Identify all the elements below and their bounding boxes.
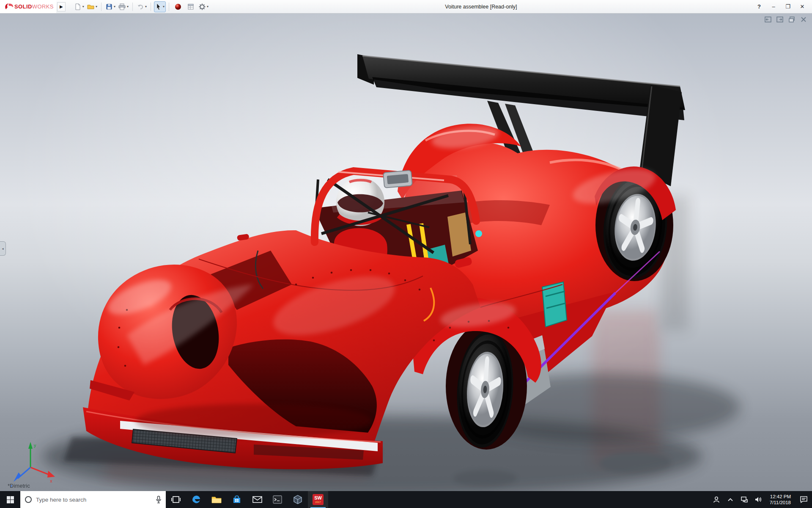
- taskbar-search[interactable]: [20, 491, 166, 508]
- ds-logo-icon: [3, 3, 14, 11]
- save-button[interactable]: ▾: [104, 1, 116, 12]
- gear-icon: [198, 3, 206, 11]
- edge-button[interactable]: [186, 491, 206, 508]
- open-button[interactable]: ▾: [86, 1, 98, 12]
- task-view-button[interactable]: [166, 491, 186, 508]
- graphics-area[interactable]: ◂ y x z *Dimetric: [0, 14, 812, 491]
- chevron-down-icon: ▾: [82, 5, 84, 8]
- cube-app-button[interactable]: [288, 491, 308, 508]
- solidworks-logo: SOLIDWORKS: [0, 0, 56, 13]
- chevron-down-icon: ▾: [96, 5, 97, 8]
- brand-text-works: WORKS: [32, 3, 54, 10]
- appearance-sphere-icon: [174, 3, 182, 11]
- solidworks-app-icon: SW 2017: [313, 494, 324, 505]
- action-center-button[interactable]: [795, 491, 812, 508]
- people-icon: [713, 496, 720, 503]
- action-center-icon: [800, 496, 808, 503]
- console-icon: [273, 495, 282, 504]
- main-toolbar: ▾ ▾ ▾ ▾: [69, 1, 209, 12]
- taskbar-clock[interactable]: 12:42 PM 7/11/2018: [765, 491, 795, 508]
- new-document-icon: [74, 3, 82, 11]
- save-icon: [105, 3, 113, 11]
- store-button[interactable]: [227, 491, 247, 508]
- document-window-controls: [765, 16, 807, 23]
- mail-button[interactable]: [247, 491, 267, 508]
- solidworks-taskbar-button[interactable]: SW 2017: [308, 491, 328, 508]
- chevron-down-icon: ▾: [207, 5, 208, 8]
- minimize-button[interactable]: –: [767, 2, 780, 12]
- print-icon: [118, 3, 126, 11]
- mail-icon: [252, 496, 262, 503]
- start-button[interactable]: [0, 491, 20, 508]
- model-canvas[interactable]: [0, 14, 812, 491]
- folder-icon: [211, 495, 222, 504]
- store-bag-icon: [232, 495, 241, 504]
- toolbar-separator: [101, 3, 102, 11]
- undo-icon: [137, 3, 144, 11]
- task-view-icon: [171, 495, 181, 504]
- print-button[interactable]: ▾: [117, 1, 129, 12]
- network-icon: [741, 496, 748, 503]
- appearance-button[interactable]: [172, 1, 184, 12]
- undo-button[interactable]: ▾: [136, 1, 148, 12]
- window-controls: ? – ❐ ✕: [753, 2, 812, 12]
- chevron-down-icon: ▾: [163, 5, 165, 8]
- restore-doc-icon[interactable]: [788, 16, 795, 23]
- windows-logo-icon: [7, 496, 14, 503]
- close-button[interactable]: ✕: [796, 2, 809, 12]
- microphone-icon[interactable]: [156, 496, 162, 503]
- close-doc-icon[interactable]: [800, 16, 807, 23]
- file-explorer-button[interactable]: [206, 491, 227, 508]
- volume-button[interactable]: [753, 491, 764, 508]
- taskbar-spacer: [328, 491, 709, 508]
- network-button[interactable]: [739, 491, 750, 508]
- hidden-icons-button[interactable]: [725, 491, 736, 508]
- view-orientation-label: *Dimetric: [8, 483, 30, 489]
- open-icon: [87, 3, 95, 11]
- dock-left-icon[interactable]: [765, 16, 771, 23]
- brand-text-solid: SOLID: [14, 3, 32, 10]
- edge-icon: [191, 494, 201, 505]
- console-button[interactable]: [267, 491, 288, 508]
- caret-up-icon: [727, 497, 733, 502]
- clock-date: 7/11/2018: [770, 500, 791, 505]
- select-tool-button[interactable]: ▾: [154, 1, 166, 12]
- window-title: Voiture assemblee [Read-only]: [209, 4, 753, 10]
- cube-icon: [293, 495, 302, 504]
- cortana-icon: [25, 496, 32, 503]
- app-titlebar: SOLIDWORKS ▶ ▾ ▾ ▾: [0, 0, 812, 14]
- feature-tree-collapse-tab[interactable]: ◂: [0, 241, 6, 256]
- chevron-down-icon: ▾: [145, 5, 147, 8]
- triad-y-label: y: [34, 443, 36, 448]
- dock-right-icon[interactable]: [776, 16, 783, 23]
- search-input[interactable]: [36, 497, 152, 503]
- menu-flyout-arrow[interactable]: ▶: [57, 2, 66, 11]
- windows-taskbar: SW 2017: [0, 491, 812, 508]
- select-arrow-icon: [155, 3, 162, 11]
- clock-time: 12:42 PM: [770, 494, 791, 500]
- triad-x-label: x: [50, 478, 52, 483]
- desktop: SOLIDWORKS ▶ ▾ ▾ ▾: [0, 0, 812, 508]
- help-button[interactable]: ?: [753, 2, 765, 12]
- properties-table-icon: [187, 3, 195, 11]
- volume-icon: [754, 496, 762, 503]
- toolbar-separator: [151, 3, 151, 11]
- properties-button[interactable]: [185, 1, 197, 12]
- toolbar-separator: [132, 3, 133, 11]
- new-document-button[interactable]: ▾: [73, 1, 85, 12]
- people-button[interactable]: [711, 491, 722, 508]
- toolbar-separator: [169, 3, 169, 11]
- options-button[interactable]: ▾: [198, 1, 209, 12]
- chevron-down-icon: ▾: [127, 5, 129, 8]
- system-tray: [709, 491, 765, 508]
- chevron-down-icon: ▾: [114, 5, 115, 8]
- restore-button[interactable]: ❐: [782, 2, 794, 12]
